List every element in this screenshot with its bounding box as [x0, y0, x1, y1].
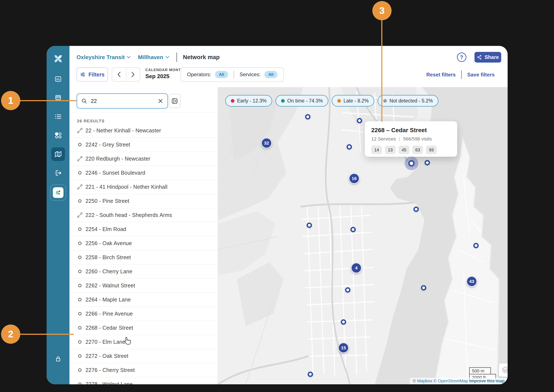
stop-marker[interactable]	[341, 319, 346, 325]
stop-marker[interactable]	[307, 223, 312, 228]
sidebar-item-lock[interactable]	[51, 352, 65, 366]
help-button[interactable]: ?	[457, 53, 466, 62]
list-item[interactable]: 2260 - Cherry Lane	[70, 265, 218, 279]
list-item[interactable]: 2246 - Sunset Boulevard	[70, 166, 218, 180]
partner-app-icon	[53, 187, 64, 198]
prev-month-button[interactable]	[112, 68, 126, 81]
cluster-marker[interactable]: 16	[349, 173, 360, 184]
stop-marker[interactable]	[345, 287, 351, 293]
service-chip[interactable]: 93	[426, 146, 437, 154]
list-item[interactable]: 2278 - Walnut Lane	[70, 377, 218, 384]
map-attribution[interactable]: © Mapbox © OpenStreetMap Improve this ma…	[410, 378, 508, 384]
sidebar-item-app-switcher[interactable]	[50, 185, 66, 201]
collapse-panel-button[interactable]	[169, 94, 180, 108]
legend-chip[interactable]: Not detected - 5.2%	[378, 95, 438, 106]
reset-filters-link[interactable]: Reset filters	[426, 72, 456, 78]
list-item[interactable]: 2264 - Maple Lane	[70, 293, 218, 307]
services-value-chip[interactable]: All	[264, 71, 277, 78]
sidebar-item-widgets[interactable]	[51, 128, 65, 142]
stop-marker[interactable]	[347, 144, 352, 150]
clear-search-icon[interactable]	[158, 98, 163, 104]
save-filters-link[interactable]: Save filters	[467, 72, 495, 78]
share-button[interactable]: Share	[475, 52, 501, 63]
breadcrumb-org[interactable]: Oxleyshire Transit	[77, 54, 131, 61]
legend-chip[interactable]: Early - 12.3%	[225, 95, 272, 106]
breadcrumb-region[interactable]: Millhaven	[138, 54, 169, 61]
sidebar-item-analytics[interactable]	[51, 72, 65, 86]
collapse-panel-icon	[171, 98, 178, 105]
sidebar-item-network-map[interactable]	[51, 147, 65, 161]
annotation-1-number: 1	[8, 95, 13, 106]
stop-icon	[77, 368, 83, 372]
list-item[interactable]: 2258 - Birch Street	[70, 251, 218, 265]
results-count: 26 RESULTS	[77, 119, 105, 123]
list-item[interactable]: 2266 - Pine Avenue	[70, 307, 218, 321]
sidebar-item-vehicles[interactable]	[51, 91, 65, 105]
map-canvas[interactable]	[218, 87, 508, 384]
popup-visits: 566/598 visits	[403, 136, 432, 142]
cluster-marker[interactable]: 4	[351, 263, 362, 273]
legend-chip[interactable]: Late - 8.2%	[332, 95, 374, 106]
stop-marker[interactable]	[351, 227, 356, 232]
list-item[interactable]: 221 - 41 Hindpool - Nether Kinhall	[70, 180, 218, 194]
list-item-label: 2264 - Maple Lane	[86, 297, 131, 303]
scale-metric: 500 m	[469, 367, 491, 374]
service-chip[interactable]: 13	[385, 146, 396, 154]
operators-value-chip[interactable]: All	[215, 71, 228, 78]
stop-marker[interactable]	[308, 372, 313, 377]
stop-marker[interactable]	[421, 285, 426, 291]
service-chip[interactable]: 14	[371, 146, 382, 154]
sidebar-item-services[interactable]	[51, 110, 65, 123]
list-item[interactable]: 2254 - Elm Road	[70, 222, 218, 236]
calendar-month: CALENDAR MONTH Sep 2025	[145, 68, 184, 80]
list-item[interactable]: 2268 - Cedar Street	[70, 321, 218, 335]
list-item[interactable]: 2242 - Grey Street	[70, 138, 218, 152]
sidebar-item-logout[interactable]	[51, 166, 65, 180]
list-item-label: 2250 - Pine Street	[86, 198, 129, 204]
cluster-marker[interactable]: 32	[261, 138, 272, 148]
improve-map-link[interactable]: Improve this map	[469, 378, 505, 383]
map-layers-button[interactable]	[498, 363, 508, 377]
legend-dot	[337, 99, 341, 103]
partner-logo-icon	[55, 189, 62, 196]
stop-marker[interactable]	[414, 207, 419, 212]
scope-summary: Operators: All Services: All	[181, 67, 284, 82]
list-item-label: 2270 - Elm Lane	[86, 339, 125, 345]
cluster-marker[interactable]: 15	[338, 343, 349, 353]
list-item[interactable]: 220 Redburgh - Newcaster	[70, 152, 218, 166]
service-chip[interactable]: 45	[399, 146, 409, 154]
list-item[interactable]: 2256 - Oak Avenue	[70, 236, 218, 251]
stop-marker[interactable]	[305, 114, 310, 119]
list-item[interactable]: 222 - South head - Shepherds Arms	[70, 208, 218, 222]
popup-divider: |	[399, 136, 400, 142]
list-item[interactable]: 2250 - Pine Street	[70, 194, 218, 208]
stop-marker[interactable]	[357, 118, 362, 123]
stop-icon	[77, 326, 83, 330]
list-item[interactable]: 2262 - Walnut Street	[70, 279, 218, 293]
legend-dot	[383, 99, 387, 103]
month-pager	[112, 68, 140, 82]
selected-stop-marker[interactable]	[408, 160, 415, 167]
service-chip[interactable]: 63	[412, 146, 423, 154]
map-area[interactable]: Early - 12.3% On time - 74.3% Late - 8.2…	[218, 87, 508, 384]
list-item[interactable]: 22 - Nether Kinhall - Newcaster	[70, 124, 218, 138]
filters-button[interactable]: Filters	[77, 68, 108, 82]
cluster-marker[interactable]: 43	[466, 276, 477, 287]
next-month-button[interactable]	[126, 68, 140, 81]
stop-marker[interactable]	[473, 243, 479, 248]
list-item-label: 2242 - Grey Street	[86, 141, 130, 148]
stop-marker[interactable]	[425, 160, 430, 166]
list-item-label: 2272 - Oak Street	[86, 353, 129, 359]
list-item[interactable]: 2276 - Cherry Street	[70, 363, 218, 377]
stop-popup[interactable]: 2268 – Cedar Street 12 Services | 566/59…	[365, 121, 457, 157]
stop-icon	[77, 227, 83, 231]
list-item[interactable]: 2272 - Oak Street	[70, 349, 218, 363]
popup-services: 12 Services	[371, 136, 396, 142]
app-window: Oxleyshire Transit Millhaven Network map…	[47, 46, 508, 384]
search-input[interactable]: 22	[77, 93, 168, 109]
attribution-text: © Mapbox © OpenStreetMap	[413, 378, 469, 383]
stop-icon	[77, 354, 83, 358]
legend-chip[interactable]: On time - 74.3%	[275, 95, 328, 106]
list-item[interactable]: 2270 - Elm Lane	[70, 335, 218, 349]
results-panel: 22 26 RESULTS 22 - Nether Kinhall - Newc…	[70, 87, 218, 384]
